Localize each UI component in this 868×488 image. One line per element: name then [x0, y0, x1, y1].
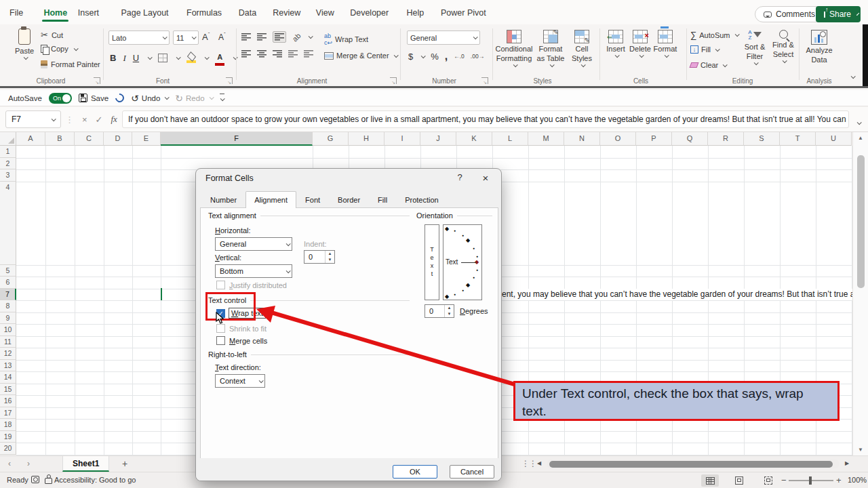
row-header-3[interactable]: 3 — [0, 169, 16, 182]
column-header-H[interactable]: H — [349, 132, 384, 146]
row-header-11[interactable]: 11 — [0, 336, 16, 348]
comments-button[interactable]: Comments — [755, 6, 824, 22]
dialog-tab-number[interactable]: Number — [201, 193, 245, 208]
expand-formula-bar-icon[interactable] — [855, 115, 861, 127]
zoom-in-button[interactable]: + — [836, 475, 842, 485]
macro-record-icon[interactable] — [31, 476, 39, 485]
save-button[interactable]: Save — [79, 94, 108, 102]
decrease-decimal-button[interactable]: .00→ — [471, 53, 484, 60]
horizontal-select[interactable]: General — [215, 237, 292, 251]
delete-cells-button[interactable]: × Delete — [628, 30, 652, 58]
column-header-C[interactable]: C — [75, 132, 104, 146]
ribbon-tab-page-layout[interactable]: Page Layout — [121, 8, 168, 18]
column-header-G[interactable]: G — [313, 132, 349, 146]
ribbon-tab-help[interactable]: Help — [407, 8, 425, 18]
ribbon-tab-power-pivot[interactable]: Power Pivot — [441, 8, 486, 18]
select-all-corner[interactable] — [0, 132, 16, 146]
ribbon-tab-formulas[interactable]: Formulas — [186, 8, 222, 18]
align-center-icon[interactable] — [257, 50, 267, 58]
borders-icon[interactable] — [158, 54, 167, 62]
next-sheet-icon[interactable]: › — [27, 459, 30, 468]
align-top-icon[interactable] — [241, 33, 251, 41]
row-header-15[interactable]: 15 — [0, 384, 16, 396]
conditional-formatting-button[interactable]: Conditional Formatting — [496, 30, 532, 67]
column-header-T[interactable]: T — [780, 132, 816, 146]
column-header-R[interactable]: R — [708, 132, 744, 146]
align-bottom-button[interactable] — [273, 31, 286, 43]
column-header-E[interactable]: E — [132, 132, 161, 146]
grow-font-button[interactable]: Aˆ — [202, 31, 210, 42]
ribbon-tab-developer[interactable]: Developer — [350, 8, 389, 18]
clear-button[interactable]: Clear — [690, 61, 726, 69]
zoom-level[interactable]: 100% — [848, 476, 867, 484]
merge-cells-checkbox[interactable] — [216, 336, 225, 345]
row-header-7[interactable]: 7 — [0, 289, 16, 301]
spinner-arrows-icon[interactable]: ▲▼ — [444, 305, 454, 317]
sheet-tab-sheet1[interactable]: Sheet1 — [62, 456, 109, 472]
dialog-tab-alignment[interactable]: Alignment — [245, 191, 296, 208]
clipboard-dialog-launcher[interactable] — [94, 77, 100, 84]
scroll-left-icon[interactable]: ◀ — [537, 460, 541, 466]
comma-format-button[interactable]: , — [445, 50, 448, 62]
drag-handle-icon[interactable]: ⋮ — [65, 115, 74, 125]
undo-button[interactable]: ↺Undo — [131, 93, 168, 104]
dialog-tab-fill[interactable]: Fill — [369, 193, 396, 208]
increase-indent-icon[interactable] — [304, 50, 313, 58]
fill-button[interactable]: ↓ Fill — [690, 45, 719, 54]
justify-distributed-checkbox[interactable] — [216, 281, 225, 289]
indent-spinner[interactable]: 0 ▲▼ — [304, 250, 335, 264]
zoom-out-button[interactable]: − — [781, 475, 787, 485]
decrease-indent-icon[interactable] — [288, 50, 298, 58]
alignment-dialog-launcher[interactable] — [390, 77, 397, 84]
row-header-17[interactable]: 17 — [0, 407, 16, 420]
font-color-button[interactable]: A — [215, 50, 224, 66]
row-header-12[interactable]: 12 — [0, 348, 16, 360]
column-header-N[interactable]: N — [564, 132, 600, 146]
row-header-5[interactable]: 5 — [0, 265, 16, 277]
number-dialog-launcher[interactable] — [481, 77, 488, 84]
orientation-icon[interactable]: ab — [291, 31, 302, 43]
italic-button[interactable]: I — [123, 53, 125, 64]
page-layout-view-button[interactable] — [730, 474, 748, 487]
column-header-P[interactable]: P — [636, 132, 672, 146]
row-header-18[interactable]: 18 — [0, 419, 16, 431]
cancel-entry-icon[interactable]: × — [82, 115, 87, 125]
row-header-14[interactable]: 14 — [0, 371, 16, 384]
dialog-tab-border[interactable]: Border — [329, 193, 369, 208]
text-direction-select[interactable]: Context — [215, 374, 265, 388]
zoom-slider-thumb[interactable] — [809, 476, 812, 485]
copy-button[interactable]: Copy — [41, 45, 77, 53]
row-header-10[interactable]: 10 — [0, 324, 16, 336]
column-header-U[interactable]: U — [816, 132, 852, 146]
scroll-down-icon[interactable]: ▼ — [853, 447, 868, 453]
autosave-toggle[interactable]: On — [49, 93, 72, 104]
name-box[interactable]: F7 — [5, 110, 61, 128]
ok-button[interactable]: OK — [393, 465, 437, 479]
row-header-4[interactable]: 4 — [0, 182, 16, 265]
row-header-6[interactable]: 6 — [0, 277, 16, 289]
format-painter-button[interactable]: Format Painter — [41, 60, 100, 68]
ribbon-tab-view[interactable]: View — [316, 8, 334, 18]
degrees-spinner[interactable]: 0 ▲▼ — [425, 304, 454, 318]
fill-color-button[interactable] — [186, 54, 196, 63]
scroll-up-icon[interactable]: ▲ — [853, 135, 868, 141]
row-header-16[interactable]: 16 — [0, 395, 16, 407]
cell-styles-button[interactable]: ✎ Cell Styles — [568, 30, 595, 67]
column-header-O[interactable]: O — [600, 132, 636, 146]
ribbon-tab-home[interactable]: Home — [43, 8, 67, 18]
share-button[interactable]: Share — [816, 6, 861, 22]
shrink-to-fit-checkbox[interactable] — [216, 324, 225, 333]
ribbon-tab-file[interactable]: File — [9, 8, 23, 18]
horizontal-scrollbar[interactable] — [547, 460, 840, 468]
vertical-scrollbar[interactable]: ▲ ▼ — [852, 132, 868, 458]
close-icon[interactable]: × — [478, 172, 493, 184]
row-header-19[interactable]: 19 — [0, 431, 16, 443]
row-header-1[interactable]: 1 — [0, 146, 16, 158]
row-header-13[interactable]: 13 — [0, 360, 16, 372]
column-header-J[interactable]: J — [420, 132, 456, 146]
ribbon-tab-data[interactable]: Data — [239, 8, 256, 18]
insert-function-icon[interactable]: fx — [111, 114, 117, 125]
row-header-9[interactable]: 9 — [0, 312, 16, 325]
analyze-data-button[interactable]: Analyze Data — [802, 30, 837, 65]
currency-format-button[interactable]: $ — [408, 52, 413, 62]
